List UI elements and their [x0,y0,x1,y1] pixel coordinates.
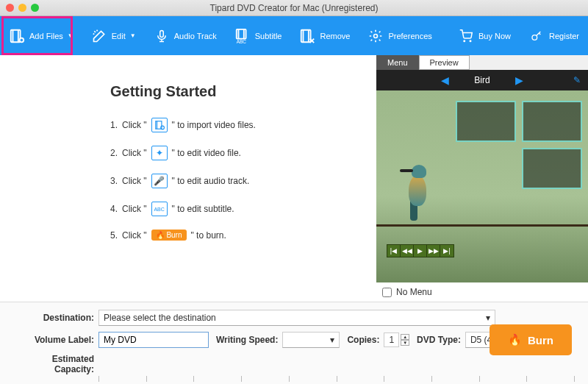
edit-button[interactable]: Edit ▼ [82,16,145,55]
template-name: Bird [474,75,490,85]
bird-graphic [398,165,435,224]
preferences-button[interactable]: Preferences [359,16,440,55]
edit-label: Edit [112,32,126,40]
menu-thumbnail[interactable] [522,148,582,189]
buy-now-label: Buy Now [478,32,511,40]
capacity-label: Estimated Capacity: [13,354,94,374]
copies-label: Copies: [347,335,379,345]
getting-started-title: Getting Started [110,83,354,100]
copies-stepper[interactable]: ▲▼ [401,334,409,346]
step-number: 4. [110,204,118,214]
step-4: 4. Click " ABC " to edit subtitle. [110,202,354,216]
next-template-icon[interactable]: ▶ [515,74,523,86]
play-icon[interactable]: ▶ [414,245,427,257]
volume-label-input[interactable] [98,332,209,348]
cart-icon [458,28,474,44]
svg-point-17 [464,40,465,42]
subtitle-button[interactable]: ABC Subtitle [226,16,291,55]
step-text: Click " [122,120,147,130]
register-label: Register [549,32,579,40]
step-number: 1. [110,120,118,130]
register-button[interactable]: Register [520,16,588,55]
step-number: 5. [110,230,118,241]
getting-started-panel: Getting Started 1. Click " " to import v… [0,55,376,302]
step-text: " to edit subtitle. [172,204,234,214]
wand-icon [91,28,107,44]
step-text: " to import video files. [172,120,256,130]
svg-text:ABC: ABC [237,39,247,44]
skip-forward-icon[interactable]: ▶| [440,245,453,257]
add-files-button[interactable]: Add Files ▼ [0,16,82,55]
audio-track-button[interactable]: Audio Track [145,16,226,55]
capacity-bar: 0.5GB 1GB 1.5GB 2GB 2.5GB 3GB 3.5GB 4GB … [98,376,575,382]
svg-point-19 [532,35,537,40]
preferences-label: Preferences [388,32,431,40]
menu-thumbnails [456,101,582,189]
step-2: 2. Click " ✦ " to edit video file. [110,146,354,160]
burn-button[interactable]: 🔥 Burn [490,324,572,355]
preview-tabs: Menu Preview [376,55,588,70]
key-icon [528,28,545,44]
buy-now-button[interactable]: Buy Now [449,16,520,55]
dropdown-caret-icon: ▼ [130,32,136,39]
prev-template-icon[interactable]: ◀ [441,74,449,86]
menu-preview-panel: Menu Preview ◀ Bird ▶ ✎ |◀ ◀◀ ▶ ▶▶ [376,55,588,302]
window-title: Tipard DVD Creator for Mac (Unregistered… [0,3,588,13]
burn-label: Burn [528,334,553,346]
no-menu-checkbox[interactable] [382,288,392,297]
main-area: Getting Started 1. Click " " to import v… [0,55,588,302]
svg-point-16 [374,34,378,38]
copies-value: 1 [384,333,399,347]
menu-template-header: ◀ Bird ▶ ✎ [376,70,588,90]
step-text: Click " [122,204,147,214]
remove-label: Remove [320,32,350,40]
microphone-icon: 🎤 [151,174,168,188]
destination-select[interactable]: Please select the destination ▾ [98,310,495,326]
step-text: Click " [122,230,147,241]
remove-button[interactable]: Remove [290,16,359,55]
burn-mini-icon: 🔥 Burn [151,230,187,241]
step-text: " to edit video file. [172,148,241,158]
chevron-down-icon: ▾ [486,313,490,323]
film-x-icon [299,28,315,44]
writing-speed-label: Writing Speed: [216,335,278,345]
flame-icon: 🔥 [508,333,522,346]
menu-thumbnail[interactable] [456,101,516,142]
tab-preview[interactable]: Preview [419,55,470,70]
audio-track-label: Audio Track [174,32,217,40]
rewind-icon[interactable]: ◀◀ [401,245,414,257]
step-number: 3. [110,176,118,186]
destination-value: Please select the destination [104,313,216,323]
subtitle-label: Subtitle [255,32,282,40]
dvd-type-label: DVD Type: [417,335,461,345]
tab-menu[interactable]: Menu [376,55,419,70]
step-text: Click " [122,148,147,158]
microphone-icon [154,28,170,44]
step-number: 2. [110,148,118,158]
toolbar: Add Files ▼ Edit ▼ Audio Track ABC Subti… [0,16,588,55]
playback-controls: |◀ ◀◀ ▶ ▶▶ ▶| [387,244,454,257]
step-text: " to edit audio track. [172,176,250,186]
svg-point-18 [470,40,471,42]
chevron-down-icon: ▾ [330,335,334,345]
titlebar: Tipard DVD Creator for Mac (Unregistered… [0,0,588,16]
skip-back-icon[interactable]: |◀ [387,245,401,257]
writing-speed-select[interactable]: ▾ [282,332,340,348]
add-files-label: Add Files [29,32,63,40]
forward-icon[interactable]: ▶▶ [427,245,440,257]
destination-label: Destination: [13,313,94,323]
chevron-down-icon[interactable]: ▼ [401,340,409,346]
dropdown-caret-icon: ▼ [68,32,74,39]
svg-rect-6 [159,30,163,37]
step-3: 3. Click " 🎤 " to edit audio track. [110,174,354,188]
menu-thumbnail[interactable] [522,101,582,142]
bottom-panel: Destination: Please select the destinati… [0,302,588,384]
chevron-up-icon[interactable]: ▲ [401,334,409,340]
no-menu-row: No Menu [376,282,588,302]
edit-template-icon[interactable]: ✎ [573,75,581,85]
step-text: " to burn. [191,230,226,241]
menu-preview-canvas: |◀ ◀◀ ▶ ▶▶ ▶| [376,90,588,282]
wand-icon: ✦ [151,146,168,160]
film-abc-icon: ABC [234,28,251,44]
step-1: 1. Click " " to import video files. [110,118,354,132]
